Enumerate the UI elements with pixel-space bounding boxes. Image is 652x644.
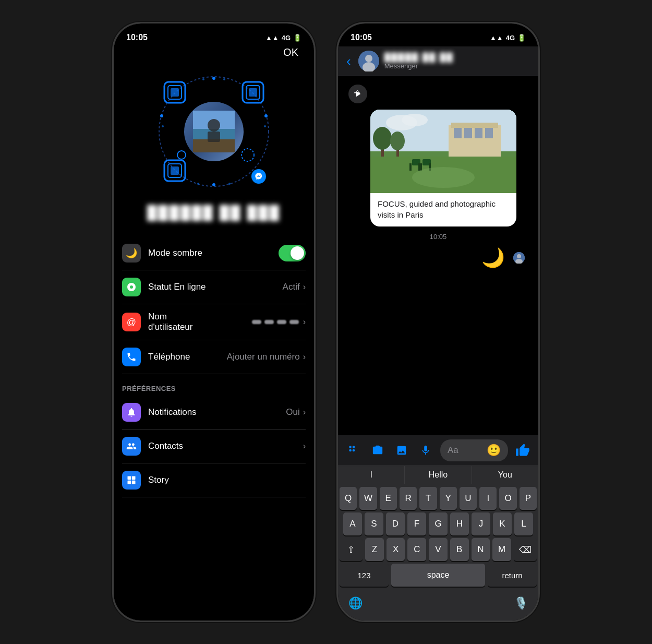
bell-svg: [126, 407, 137, 418]
svg-rect-61: [420, 163, 422, 171]
avatar-image: [184, 102, 244, 161]
svg-rect-39: [132, 481, 136, 484]
svg-point-12: [202, 78, 204, 80]
svg-point-68: [353, 446, 355, 448]
key-r[interactable]: R: [400, 487, 417, 510]
menu-item-notifications[interactable]: Notifications Oui ›: [122, 396, 306, 430]
key-p[interactable]: P: [520, 487, 537, 510]
key-v[interactable]: V: [429, 538, 448, 561]
menu-item-username[interactable]: @ Nomd'utilisateur ›: [122, 304, 306, 340]
key-w[interactable]: W: [359, 487, 377, 510]
svg-rect-3: [171, 88, 179, 97]
key-t[interactable]: T: [419, 487, 437, 510]
key-a[interactable]: A: [343, 512, 362, 535]
shift-key[interactable]: ⇧: [340, 538, 363, 561]
svg-rect-50: [475, 128, 482, 138]
camera-svg: [372, 445, 383, 456]
autocomplete-hello[interactable]: Hello: [405, 466, 472, 484]
share-button[interactable]: [348, 85, 367, 103]
svg-point-14: [264, 125, 266, 127]
ok-button[interactable]: OK: [114, 46, 314, 58]
key-b[interactable]: B: [450, 538, 469, 561]
key-k[interactable]: K: [493, 512, 512, 535]
autocomplete-you[interactable]: You: [472, 466, 538, 484]
key-h[interactable]: H: [450, 512, 469, 535]
username-chevron: ›: [303, 317, 306, 327]
network-icon: 4G: [282, 34, 291, 42]
notch: [172, 23, 256, 39]
key-l[interactable]: L: [514, 512, 533, 535]
key-x[interactable]: X: [387, 538, 405, 561]
key-s[interactable]: S: [365, 512, 383, 535]
back-button[interactable]: ‹: [346, 53, 351, 69]
key-g[interactable]: G: [429, 512, 448, 535]
svg-point-63: [412, 167, 475, 188]
menu-item-dark-mode[interactable]: 🌙 Mode sombre: [122, 236, 306, 270]
time-right: 10:05: [351, 33, 372, 42]
image-svg: [396, 445, 407, 456]
signal-right: ▲▲: [490, 34, 503, 42]
key-n[interactable]: N: [472, 538, 490, 561]
like-button[interactable]: [513, 441, 532, 460]
toolbar-row: Aa 🙂: [338, 435, 538, 466]
keyboard-rows: Q W E R T Y U I O P A S D F G: [338, 484, 538, 592]
globe-icon[interactable]: 🌐: [348, 597, 363, 610]
key-z[interactable]: Z: [365, 538, 384, 561]
username-blurred-value: [252, 320, 299, 324]
key-q[interactable]: Q: [340, 487, 357, 510]
profile-avatar: [183, 100, 245, 163]
like-svg: [515, 443, 530, 458]
key-y[interactable]: Y: [440, 487, 457, 510]
chat-avatar: [358, 51, 379, 71]
username-icon: @: [122, 313, 141, 331]
return-key[interactable]: return: [488, 564, 537, 587]
image-icon[interactable]: [392, 441, 411, 460]
svg-point-18: [197, 183, 199, 185]
key-o[interactable]: O: [499, 487, 516, 510]
menu-item-contacts[interactable]: Contacts ›: [122, 430, 306, 463]
camera-icon[interactable]: [368, 441, 387, 460]
key-f[interactable]: F: [407, 512, 426, 535]
volume-up-button: [112, 123, 114, 154]
avatar-svg: [193, 111, 235, 152]
telephone-icon: [122, 348, 141, 366]
battery-right: 🔋: [517, 34, 526, 42]
chat-subtitle: Messenger: [384, 62, 530, 70]
key-i[interactable]: I: [479, 487, 497, 510]
chat-name: █████ ██ ██: [384, 53, 530, 62]
message-text: FOCUS, guided and photographic visits in…: [370, 193, 516, 226]
key-d[interactable]: D: [386, 512, 405, 535]
mic-toolbar-icon[interactable]: [416, 441, 435, 460]
image-placeholder: [370, 110, 516, 193]
messenger-badge: [251, 169, 266, 184]
svg-point-70: [353, 449, 355, 452]
message-input[interactable]: Aa 🙂: [440, 439, 508, 461]
delete-key[interactable]: ⌫: [514, 538, 537, 561]
menu-item-telephone[interactable]: Téléphone Ajouter un numéro ›: [122, 340, 306, 374]
chat-avatar-svg: [358, 51, 379, 71]
grid-svg: [348, 445, 359, 456]
svg-point-45: [402, 114, 428, 126]
menu-item-story[interactable]: Story: [122, 463, 306, 497]
volume-down-right: [336, 164, 338, 196]
contacts-svg: [126, 441, 137, 451]
reaction-avatar-svg: [513, 252, 525, 264]
mic-bottom-icon[interactable]: 🎙️: [514, 597, 528, 610]
space-key[interactable]: space: [391, 564, 485, 587]
menu-item-status[interactable]: Statut En ligne Actif ›: [122, 270, 306, 304]
autocomplete-i[interactable]: I: [338, 466, 405, 484]
emoji-icon[interactable]: 🙂: [487, 444, 501, 457]
dark-mode-toggle[interactable]: [279, 245, 306, 261]
svg-point-69: [349, 449, 352, 452]
grid-icon[interactable]: [344, 441, 363, 460]
key-u[interactable]: U: [460, 487, 477, 510]
key-m[interactable]: M: [492, 538, 511, 561]
svg-rect-37: [132, 476, 136, 480]
key-j[interactable]: J: [472, 512, 490, 535]
svg-point-53: [373, 127, 392, 150]
key-c[interactable]: C: [407, 538, 426, 561]
contacts-icon: [122, 437, 141, 456]
key-e[interactable]: E: [380, 487, 397, 510]
notifications-label: Notifications: [148, 407, 286, 418]
numbers-key[interactable]: 123: [340, 564, 389, 587]
